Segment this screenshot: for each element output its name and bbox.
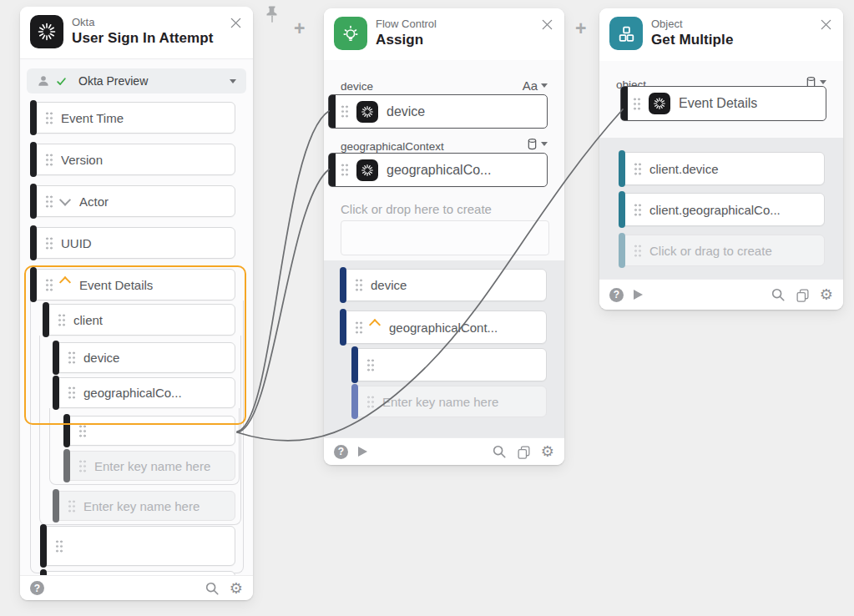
field-client[interactable]: client — [43, 304, 235, 336]
drag-dots-icon — [45, 111, 53, 125]
drag-bar — [619, 233, 625, 268]
okta-logo-icon — [30, 15, 63, 48]
drag-dots-icon — [58, 313, 66, 327]
add-card-button[interactable]: + — [575, 19, 586, 38]
field-geographicalcontext[interactable]: geographicalCo... — [53, 377, 235, 408]
card-header: Okta User Sign In Attempt — [20, 7, 253, 59]
person-icon — [37, 74, 50, 88]
output-label: geographicalCont... — [389, 321, 498, 335]
field-label: Actor — [79, 194, 109, 209]
card-title: User Sign In Attempt — [72, 30, 214, 47]
search-icon[interactable] — [771, 287, 786, 302]
drag-dots-icon — [634, 162, 642, 176]
pin-icon[interactable] — [265, 5, 279, 28]
field-label: Event Time — [61, 111, 124, 125]
drag-bar — [30, 225, 37, 260]
output-device[interactable]: device — [341, 269, 547, 301]
close-icon[interactable] — [541, 18, 554, 32]
output-new-key-empty[interactable] — [352, 348, 547, 381]
chevron-down-icon — [541, 83, 548, 88]
drag-dots-icon — [341, 104, 349, 119]
output-label: client.geographicalCo... — [649, 203, 781, 217]
card-title: Assign — [376, 32, 423, 48]
type-selector-text[interactable]: Aa — [523, 78, 548, 93]
drag-bar — [53, 341, 59, 375]
output-geographicalcontext[interactable]: geographicalCont... — [341, 311, 547, 344]
copy-icon[interactable] — [517, 445, 531, 459]
chevron-down-icon — [541, 142, 548, 146]
create-hint: Click or drop here to create — [341, 202, 492, 216]
field-device[interactable]: device — [53, 342, 235, 373]
drag-bar — [30, 142, 37, 177]
close-icon[interactable] — [820, 18, 833, 32]
field-version[interactable]: Version — [31, 144, 235, 175]
app-name: Flow Control — [376, 18, 437, 30]
placeholder-text: Click or drag to create — [649, 244, 772, 258]
gear-icon[interactable]: ⚙ — [541, 444, 554, 459]
field-label: Event Details — [79, 278, 153, 292]
field-enter-key-placeholder[interactable]: Enter key name here — [53, 491, 235, 521]
chevron-down-icon — [230, 79, 236, 83]
field-actor[interactable]: Actor — [31, 185, 235, 217]
output-client-geographicalcontext[interactable]: client.geographicalCo... — [619, 193, 825, 226]
gear-icon[interactable]: ⚙ — [230, 581, 243, 596]
test-play-icon[interactable] — [358, 447, 367, 457]
help-icon[interactable]: ? — [334, 445, 348, 459]
chevron-up-icon[interactable] — [59, 276, 71, 288]
search-icon[interactable] — [492, 444, 507, 459]
output-create-placeholder[interactable]: Click or drag to create — [619, 235, 825, 266]
field-uuid[interactable]: UUID — [31, 227, 235, 259]
mapped-value: geographicalCo... — [387, 163, 491, 178]
field-new-key-empty[interactable] — [41, 526, 235, 566]
mapped-value: Event Details — [679, 96, 757, 111]
drag-dots-icon — [68, 499, 76, 513]
chevron-down-icon[interactable] — [59, 194, 71, 206]
chevron-up-icon[interactable] — [369, 319, 381, 331]
test-play-icon[interactable] — [634, 290, 643, 300]
drag-dots-icon — [55, 539, 63, 553]
output-label: device — [371, 278, 407, 292]
app-name: Object — [651, 18, 683, 30]
gear-icon[interactable]: ⚙ — [820, 287, 833, 302]
help-icon[interactable]: ? — [30, 581, 44, 595]
object-app-icon — [609, 17, 643, 50]
drag-bar — [351, 384, 358, 419]
chevron-down-icon — [820, 80, 826, 84]
okta-chip-icon — [649, 93, 670, 114]
field-new-key-connected[interactable] — [64, 416, 235, 446]
search-icon[interactable] — [205, 581, 220, 596]
drop-target[interactable] — [341, 220, 549, 255]
drag-dots-icon — [68, 386, 76, 400]
drag-bar — [43, 302, 49, 337]
help-icon[interactable]: ? — [609, 288, 624, 302]
drag-dots-icon — [355, 278, 363, 292]
drag-bar — [53, 376, 59, 410]
type-selector-object[interactable] — [527, 138, 548, 150]
field-event-details[interactable]: Event Details — [31, 269, 235, 300]
field-label: geographicalCo... — [83, 386, 182, 400]
output-enter-key-placeholder[interactable]: Enter key name here — [352, 386, 547, 417]
drag-dots-icon — [45, 236, 53, 250]
placeholder-text: Enter key name here — [83, 499, 200, 513]
input-device-mapped[interactable]: device — [328, 94, 548, 129]
field-event-time[interactable]: Event Time — [31, 102, 235, 134]
card-user-sign-in-attempt: Okta User Sign In Attempt Okta Preview E… — [20, 7, 253, 600]
connection-selector[interactable]: Okta Preview — [27, 68, 246, 93]
input-geographicalcontext-mapped[interactable]: geographicalCo... — [328, 153, 548, 187]
drag-bar — [340, 267, 346, 303]
field-enter-key-placeholder[interactable]: Enter key name here — [64, 451, 235, 481]
drag-bar — [63, 449, 70, 482]
drag-dots-icon — [341, 163, 349, 177]
output-client-device[interactable]: client.device — [619, 152, 825, 185]
input-object-mapped[interactable]: Event Details — [620, 86, 826, 121]
okta-chip-icon — [356, 101, 378, 123]
check-icon — [56, 76, 67, 87]
card-get-multiple: Object Get Multiple object Event Details… — [599, 8, 843, 310]
copy-icon[interactable] — [796, 288, 810, 302]
card-footer: ? ⚙ — [324, 437, 564, 465]
add-card-button[interactable]: + — [294, 19, 305, 38]
drag-bar — [53, 489, 59, 523]
drag-dots-icon — [366, 395, 375, 409]
card-assign: Flow Control Assign device Aa device geo… — [324, 8, 564, 465]
close-icon[interactable] — [230, 17, 243, 30]
